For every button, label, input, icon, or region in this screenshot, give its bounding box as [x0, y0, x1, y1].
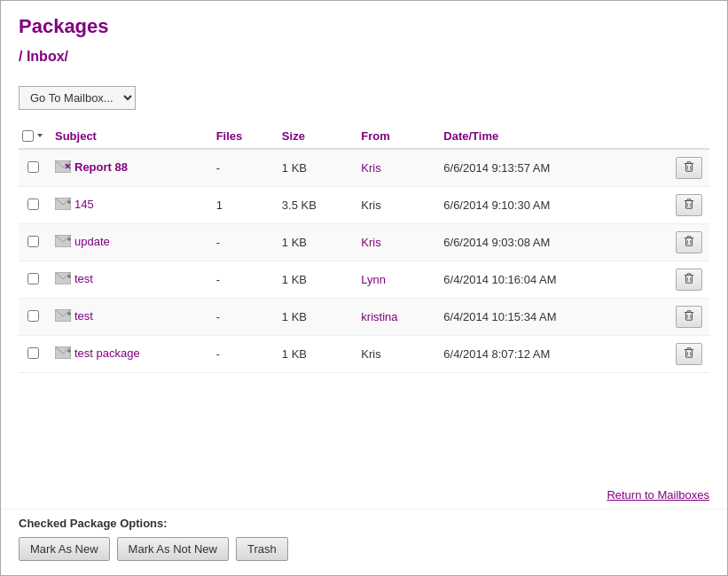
row-delete-cell: [643, 224, 709, 261]
row-files-cell: -: [209, 299, 275, 336]
row-subject-cell: update: [48, 224, 209, 261]
from-link[interactable]: kristina: [361, 310, 397, 323]
subject-link[interactable]: test: [74, 309, 93, 323]
row-delete-cell: [643, 261, 709, 299]
svg-rect-54: [686, 350, 693, 358]
row-datetime-cell: 6/6/2014 9:03:08 AM: [436, 224, 643, 261]
breadcrumb: / Inbox/: [1, 45, 727, 79]
mark-as-not-new-button[interactable]: Mark As Not New: [117, 537, 229, 561]
mark-as-new-button[interactable]: Mark As New: [19, 537, 110, 561]
col-header-files: Files: [209, 124, 275, 149]
subject-link[interactable]: test package: [74, 346, 140, 360]
subject-link[interactable]: 145: [74, 198, 94, 211]
table-row: update-1 KBKris6/6/2014 9:03:08 AM: [19, 224, 709, 261]
row-checkbox[interactable]: [27, 273, 39, 284]
row-checkbox[interactable]: [27, 347, 39, 359]
row-checkbox-cell: [19, 224, 48, 261]
col-header-size: Size: [275, 124, 354, 149]
envelope-in-icon: [55, 346, 71, 362]
row-size-cell: 1 KB: [275, 224, 354, 261]
row-size-cell: 1 KB: [275, 336, 354, 373]
row-checkbox[interactable]: [27, 236, 39, 247]
from-link[interactable]: Kris: [361, 161, 380, 175]
svg-rect-14: [686, 201, 693, 209]
envelope-in-icon: [55, 309, 71, 324]
col-header-action: [643, 124, 709, 149]
row-delete-cell: [643, 299, 709, 336]
delete-row-button[interactable]: [676, 194, 702, 216]
row-size-cell: 1 KB: [275, 299, 354, 336]
row-size-cell: 1 KB: [275, 149, 354, 187]
row-datetime-cell: 6/6/2014 9:13:57 AM: [436, 149, 643, 187]
goto-toolbar: Go To Mailbox... Inbox Sent Drafts: [1, 79, 727, 124]
table-row: test-1 KBLynn6/4/2014 10:16:04 AM: [19, 261, 709, 299]
col-header-subject: Subject: [48, 124, 209, 149]
row-files-cell: 1: [209, 187, 275, 224]
row-subject-cell: Report 88: [48, 149, 209, 187]
from-link[interactable]: Kris: [361, 198, 380, 212]
row-checkbox[interactable]: [27, 161, 39, 173]
checked-options-label: Checked Package Options:: [19, 517, 709, 530]
goto-mailbox-select[interactable]: Go To Mailbox... Inbox Sent Drafts: [19, 86, 136, 110]
row-subject-cell: test package: [48, 336, 209, 373]
svg-rect-34: [686, 276, 693, 284]
return-to-mailboxes-link[interactable]: Return to Mailboxes: [1, 481, 727, 509]
packages-table-container: Subject Files Size From Date/Time Report…: [1, 124, 727, 481]
row-subject-cell: 145: [48, 187, 209, 224]
select-all-header: [19, 124, 48, 149]
row-datetime-cell: 6/6/2014 9:10:30 AM: [436, 187, 643, 224]
subject-link[interactable]: test: [74, 272, 93, 285]
svg-marker-0: [37, 134, 43, 137]
row-size-cell: 1 KB: [275, 261, 354, 299]
row-delete-cell: [643, 336, 709, 373]
row-files-cell: -: [209, 224, 275, 261]
row-checkbox-cell: [19, 261, 48, 299]
delete-row-button[interactable]: [676, 157, 702, 179]
row-checkbox-cell: [19, 299, 48, 336]
table-row: test package-1 KBKris6/4/2014 8:07:12 AM: [19, 336, 709, 373]
svg-rect-44: [686, 313, 693, 321]
row-subject-cell: test: [48, 261, 209, 299]
row-files-cell: -: [209, 149, 275, 187]
from-link[interactable]: Lynn: [361, 273, 386, 286]
from-link[interactable]: Kris: [361, 347, 380, 361]
col-header-datetime: Date/Time: [436, 124, 643, 149]
envelope-x-icon: [55, 160, 71, 175]
delete-row-button[interactable]: [676, 269, 702, 291]
envelope-in-icon: [55, 235, 71, 250]
row-from-cell: Kris: [354, 224, 436, 261]
row-checkbox-cell: [19, 149, 48, 187]
packages-table: Subject Files Size From Date/Time Report…: [19, 124, 709, 373]
delete-row-button[interactable]: [676, 231, 702, 253]
row-checkbox[interactable]: [27, 310, 39, 322]
trash-button[interactable]: Trash: [236, 537, 288, 561]
delete-row-button[interactable]: [676, 343, 702, 365]
row-files-cell: -: [209, 261, 275, 299]
table-row: 14513.5 KBKris6/6/2014 9:10:30 AM: [19, 187, 709, 224]
row-size-cell: 3.5 KB: [275, 187, 354, 224]
row-from-cell: kristina: [354, 299, 436, 336]
delete-row-button[interactable]: [676, 306, 702, 328]
svg-rect-24: [686, 238, 693, 246]
header-dropdown-arrow[interactable]: [35, 129, 44, 143]
page-title: Packages: [1, 1, 727, 45]
table-row: Report 88-1 KBKris6/6/2014 9:13:57 AM: [19, 149, 709, 187]
row-checkbox[interactable]: [27, 198, 39, 210]
select-all-checkbox[interactable]: [22, 130, 34, 142]
col-header-from: From: [354, 124, 436, 149]
row-subject-cell: test: [48, 299, 209, 336]
row-from-cell: Kris: [354, 149, 436, 187]
subject-link[interactable]: Report 88: [74, 160, 128, 174]
subject-link[interactable]: update: [74, 235, 110, 248]
from-link[interactable]: Kris: [361, 236, 380, 249]
svg-rect-4: [686, 164, 693, 172]
row-delete-cell: [643, 149, 709, 187]
row-checkbox-cell: [19, 336, 48, 373]
row-checkbox-cell: [19, 187, 48, 224]
row-from-cell: Kris: [354, 336, 436, 373]
table-row: test-1 KBkristina6/4/2014 10:15:34 AM: [19, 299, 709, 336]
footer-section: Checked Package Options: Mark As New Mar…: [1, 509, 727, 575]
envelope-in-icon: [55, 272, 71, 287]
row-datetime-cell: 6/4/2014 10:16:04 AM: [436, 261, 643, 299]
row-datetime-cell: 6/4/2014 8:07:12 AM: [436, 336, 643, 373]
